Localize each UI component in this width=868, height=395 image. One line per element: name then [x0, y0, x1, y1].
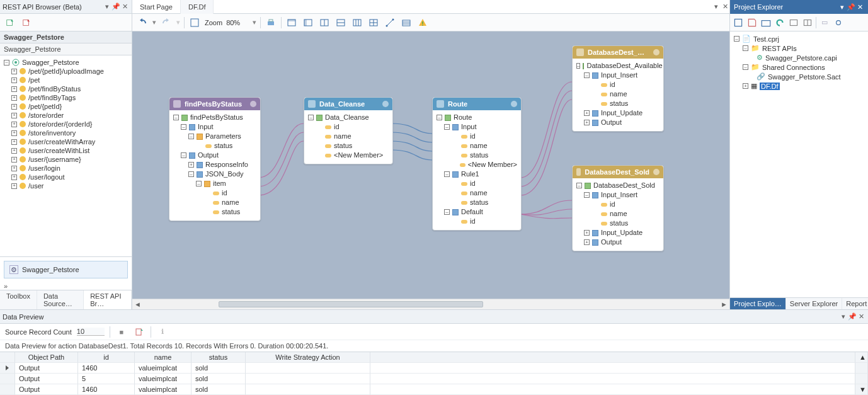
expand-icon[interactable]: +: [11, 130, 17, 136]
cell[interactable]: Output: [15, 384, 78, 395]
node-row[interactable]: +ResponseInfo: [173, 160, 256, 169]
node-row[interactable]: +Input_Update: [576, 108, 660, 118]
refresh-button[interactable]: [774, 17, 785, 28]
cell[interactable]: sold: [191, 374, 246, 384]
grid-button[interactable]: [400, 16, 413, 29]
node-data-cleanse[interactable]: Data_Cleanse –Data_Cleanseidnamestatus<N…: [304, 97, 393, 164]
close-icon[interactable]: ✕: [857, 312, 865, 321]
node-row[interactable]: –Data_Cleanse: [308, 113, 389, 122]
tab-server-explorer[interactable]: Server Explorer: [786, 298, 842, 309]
node-row[interactable]: status: [437, 198, 517, 207]
node-menu-icon[interactable]: [382, 101, 389, 107]
scroll-left-icon[interactable]: ◄: [132, 301, 143, 308]
tree-endpoint[interactable]: +/user: [1, 181, 130, 190]
expand-icon[interactable]: –: [188, 171, 194, 177]
layout-6-button[interactable]: [367, 16, 380, 29]
tree-endpoint[interactable]: +/store/inventory: [1, 129, 130, 137]
node-dest-available[interactable]: DatabaseDest_Avai… –DatabaseDest_Availab…: [572, 45, 664, 132]
tree-endpoint[interactable]: +/pet: [1, 76, 130, 84]
tab-df-df[interactable]: DF.Df: [181, 0, 214, 14]
node-row[interactable]: id: [308, 122, 389, 132]
export-button[interactable]: [133, 326, 146, 338]
expand-icon[interactable]: +: [11, 95, 17, 101]
add-api-button[interactable]: [4, 16, 16, 29]
node-header[interactable]: Data_Cleanse: [304, 98, 392, 110]
expand-icon[interactable]: –: [308, 115, 314, 120]
node-row[interactable]: id: [437, 132, 517, 141]
node-menu-icon[interactable]: [653, 49, 660, 55]
node-row[interactable]: +Output: [576, 118, 660, 127]
grid-scroll-up-icon[interactable]: ▲: [855, 352, 868, 363]
cell[interactable]: [246, 374, 370, 384]
undo-button[interactable]: [136, 16, 149, 29]
col-name[interactable]: name: [135, 352, 191, 363]
node-row[interactable]: –Rule1: [437, 169, 517, 179]
tree-rest-apis[interactable]: – 📁 REST APIs: [731, 43, 867, 53]
tree-endpoint[interactable]: +/user/login: [1, 164, 130, 173]
cell[interactable]: Output: [15, 374, 78, 384]
node-row[interactable]: –Route: [437, 113, 517, 122]
node-row[interactable]: –Input_Insert: [576, 71, 660, 80]
tab-close-icon[interactable]: ✕: [721, 3, 729, 11]
expand-icon[interactable]: –: [188, 134, 194, 139]
node-row[interactable]: name: [437, 141, 517, 151]
node-row[interactable]: –DatabaseDest_Available: [576, 61, 660, 71]
cell[interactable]: [246, 384, 370, 395]
cell[interactable]: sold: [191, 384, 246, 395]
node-menu-icon[interactable]: [653, 169, 660, 175]
canvas-horizontal-scrollbar[interactable]: ◄ ►: [132, 299, 729, 309]
tab-data-source[interactable]: Data Source…: [37, 290, 84, 309]
expand-icon[interactable]: –: [743, 45, 748, 51]
expand-icon[interactable]: –: [734, 36, 740, 42]
expand-icon[interactable]: +: [11, 148, 17, 154]
data-preview-grid[interactable]: Object Path id name status Write Strateg…: [0, 352, 868, 395]
col-status[interactable]: status: [191, 352, 246, 363]
node-row[interactable]: id: [173, 188, 256, 198]
node-route[interactable]: Route –Route–Inputidnamestatus<New Membe…: [432, 97, 522, 231]
expand-icon[interactable]: –: [173, 115, 179, 120]
add-folder-button[interactable]: [760, 17, 772, 28]
layout-5-button[interactable]: [351, 16, 363, 29]
expand-icon[interactable]: –: [196, 181, 202, 186]
expand-icon[interactable]: –: [437, 115, 442, 120]
layout-2-button[interactable]: [302, 16, 314, 29]
node-row[interactable]: id: [576, 80, 660, 89]
tree-endpoint[interactable]: +/user/logout: [1, 173, 130, 181]
node-row[interactable]: id: [437, 179, 517, 188]
tab-rest-api-browser[interactable]: REST API Br…: [84, 290, 132, 309]
stop-button[interactable]: ■: [115, 326, 128, 338]
node-row[interactable]: +Output: [576, 238, 660, 247]
node-row[interactable]: –Parameters: [173, 132, 256, 141]
save-button[interactable]: [746, 17, 758, 28]
zoom-fit-button[interactable]: [188, 16, 201, 29]
node-row[interactable]: name: [308, 132, 389, 141]
node-row[interactable]: +Input_Update: [576, 228, 660, 238]
expand-icon[interactable]: –: [576, 63, 580, 69]
view-2-button[interactable]: [802, 17, 813, 28]
cell[interactable]: valueimplcat: [135, 374, 191, 384]
node-row[interactable]: –findPetsByStatus: [173, 113, 256, 122]
pin-icon[interactable]: 📌: [847, 3, 855, 11]
flow-canvas[interactable]: findPetsByStatus –findPetsByStatus–Input…: [132, 31, 729, 299]
node-dest-sold[interactable]: DatabaseDest_Sold –DatabaseDest_Sold–Inp…: [572, 165, 664, 251]
node-row[interactable]: –Output: [173, 151, 256, 160]
connector-button[interactable]: [384, 16, 396, 29]
pin-icon[interactable]: 📌: [848, 312, 857, 321]
node-row[interactable]: name: [576, 209, 660, 219]
tree-endpoint[interactable]: +/pet/findByStatus: [1, 84, 130, 93]
scroll-right-icon[interactable]: ►: [719, 301, 729, 308]
node-findpetsbystatus[interactable]: findPetsByStatus –findPetsByStatus–Input…: [169, 97, 261, 221]
expand-icon[interactable]: –: [181, 124, 186, 130]
node-row[interactable]: <New Member>: [308, 151, 389, 160]
tree-endpoint[interactable]: +/user/createWithList: [1, 146, 130, 155]
expand-icon[interactable]: +: [584, 239, 590, 245]
tree-endpoint[interactable]: +/pet/findByTags: [1, 93, 130, 102]
expand-icon[interactable]: +: [11, 122, 17, 127]
node-row[interactable]: –Input_Insert: [576, 190, 660, 200]
tree-swagger-capi[interactable]: ⚙ Swagger_Petstore.capi: [731, 53, 867, 62]
layout-3-button[interactable]: [318, 16, 331, 29]
overflow-icon[interactable]: »: [0, 282, 10, 290]
node-row[interactable]: name: [173, 198, 256, 207]
expand-icon[interactable]: +: [11, 86, 17, 92]
expand-icon[interactable]: +: [11, 113, 17, 118]
